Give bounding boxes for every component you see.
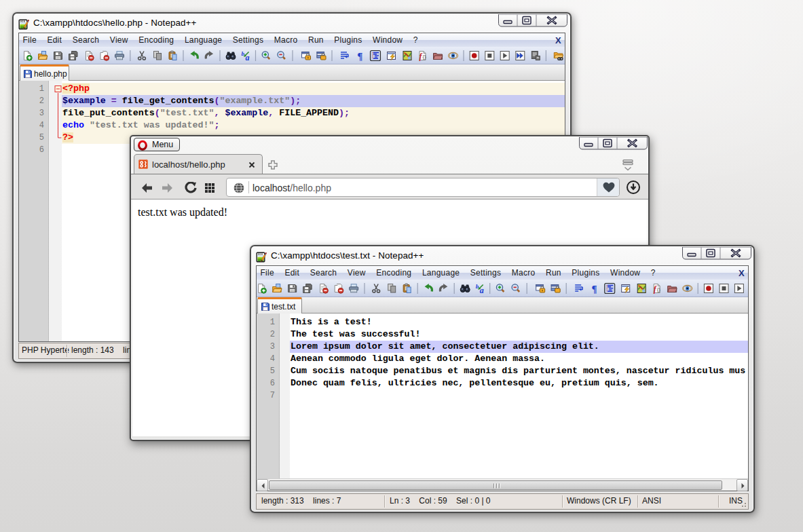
svg-text:¶: ¶ (591, 284, 597, 294)
svg-text:{}: {} (423, 54, 427, 60)
svg-text:{}: {} (657, 286, 661, 292)
svg-text:¶: ¶ (357, 51, 362, 62)
